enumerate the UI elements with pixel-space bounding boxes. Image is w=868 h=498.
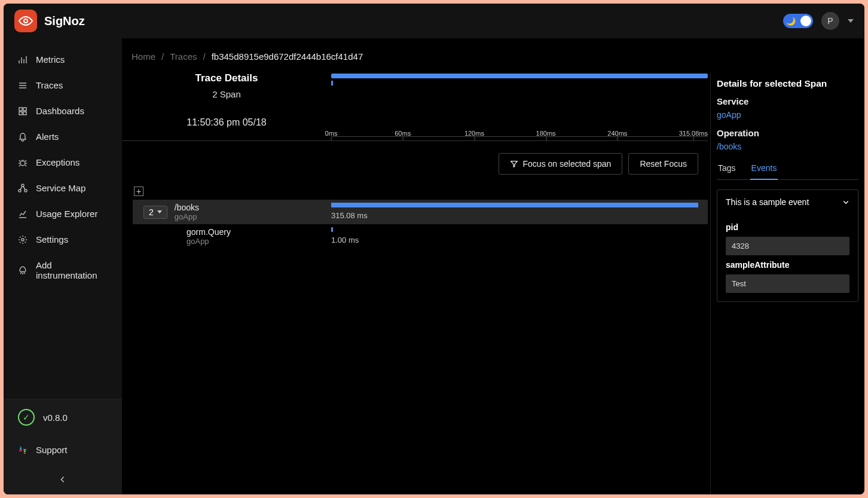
minimap-full-bar <box>331 74 708 78</box>
span-child-count-toggle[interactable]: 2 <box>143 206 167 219</box>
attr-value-sample: Test <box>726 274 849 293</box>
breadcrumb-sep: / <box>161 51 164 62</box>
moon-icon: 🌙 <box>786 17 796 26</box>
logo-icon <box>14 10 37 32</box>
user-avatar[interactable]: P <box>821 12 839 30</box>
svg-point-9 <box>22 239 24 241</box>
sidebar-item-settings[interactable]: Settings <box>4 227 122 252</box>
sidebar-item-label: Dashboards <box>36 106 84 116</box>
support-label: Support <box>36 445 68 455</box>
gear-icon <box>18 235 27 245</box>
sidebar-item-label: Settings <box>36 234 68 245</box>
sidebar-item-label: Usage Explorer <box>36 209 97 219</box>
sidebar-bottom: ✓ v0.8.0 Support <box>4 399 122 494</box>
content: Home / Traces / fb345d8915e9d672df2444b1… <box>122 38 864 494</box>
sidebar-item-usage-explorer[interactable]: Usage Explorer <box>4 201 122 227</box>
svg-point-7 <box>19 190 21 192</box>
event-card: This is a sample event pid 4328 sampleAt… <box>717 190 858 302</box>
svg-point-0 <box>24 19 27 23</box>
span-row-root[interactable]: 2 /books goApp 315.08 ms <box>133 200 708 224</box>
topbar-right: 🌙 P <box>783 12 854 30</box>
details-panel: Details for selected Span Service goApp … <box>710 72 864 494</box>
attr-label-sample: sampleAttribute <box>726 260 849 270</box>
span-duration-bar <box>331 203 698 207</box>
actions-row: Focus on selected span Reset Focus <box>122 141 708 187</box>
event-body: pid 4328 sampleAttribute Test <box>717 214 858 301</box>
svg-rect-3 <box>19 112 22 115</box>
rocket-icon <box>18 265 27 275</box>
sidebar-item-alerts[interactable]: Alerts <box>4 124 122 149</box>
trace-span-count: 2 Span <box>122 89 331 99</box>
time-ruler: 0ms 60ms 120ms 180ms 240ms 315.08ms <box>331 120 708 137</box>
focus-span-label: Focus on selected span <box>523 159 612 169</box>
expand-all-button[interactable]: + <box>134 187 143 196</box>
event-header[interactable]: This is a sample event <box>717 190 858 214</box>
svg-point-6 <box>22 184 24 187</box>
ruler-tick: 0ms <box>325 130 338 137</box>
sidebar-item-traces[interactable]: Traces <box>4 72 122 98</box>
svg-rect-2 <box>23 108 26 111</box>
check-circle-icon: ✓ <box>18 409 35 426</box>
sidebar: Metrics Traces Dashboards Alerts Excepti… <box>4 38 122 494</box>
timeline-area: 0ms 60ms 120ms 180ms 240ms 315.08ms <box>331 72 708 137</box>
svg-point-5 <box>20 161 25 166</box>
sidebar-item-exceptions[interactable]: Exceptions <box>4 149 122 175</box>
tab-tags[interactable]: Tags <box>717 160 737 179</box>
svg-rect-4 <box>23 112 26 115</box>
span-row-child[interactable]: gorm.Query goApp 1.00 ms <box>133 224 708 249</box>
sidebar-item-label: Exceptions <box>36 157 80 167</box>
sidebar-item-label: Add instrumentation <box>36 260 108 280</box>
breadcrumb-home[interactable]: Home <box>132 51 155 62</box>
slack-icon <box>18 445 27 455</box>
operation-link[interactable]: /books <box>717 142 858 151</box>
list-icon <box>18 81 27 90</box>
sidebar-item-service-map[interactable]: Service Map <box>4 175 122 201</box>
span-left: gorm.Query goApp <box>133 224 331 249</box>
span-service: goApp <box>187 237 231 246</box>
span-tree: + 2 /books goApp <box>122 187 708 249</box>
version-label: v0.8.0 <box>43 413 68 423</box>
attr-value-pid: 4328 <box>726 237 849 255</box>
sidebar-collapse-button[interactable] <box>4 465 122 494</box>
trace-title: Trace Details <box>122 72 331 84</box>
main-area: Metrics Traces Dashboards Alerts Excepti… <box>4 38 864 494</box>
sidebar-item-label: Metrics <box>36 54 65 65</box>
bar-chart-icon <box>18 55 27 65</box>
sidebar-item-metrics[interactable]: Metrics <box>4 47 122 72</box>
network-icon <box>18 184 27 193</box>
span-duration: 1.00 ms <box>331 236 698 245</box>
topbar: SigNoz 🌙 P <box>4 4 864 38</box>
breadcrumb-sep: / <box>203 51 205 62</box>
trace-column: Trace Details 2 Span 11:50:36 pm 05/18 <box>122 72 710 494</box>
sidebar-item-dashboards[interactable]: Dashboards <box>4 98 122 124</box>
sidebar-item-label: Service Map <box>36 183 85 193</box>
span-right: 1.00 ms <box>331 224 708 249</box>
breadcrumb-traces[interactable]: Traces <box>170 51 197 62</box>
sidebar-item-add-instrumentation[interactable]: Add instrumentation <box>4 252 122 288</box>
ruler-tick: 180ms <box>536 130 556 137</box>
span-labels: gorm.Query goApp <box>187 227 231 246</box>
bell-icon <box>18 132 27 142</box>
service-link[interactable]: goApp <box>717 110 858 120</box>
filter-icon <box>510 160 518 168</box>
svg-rect-1 <box>19 108 22 111</box>
span-duration: 315.08 ms <box>331 211 698 220</box>
focus-span-button[interactable]: Focus on selected span <box>499 153 623 175</box>
grid-icon <box>18 106 27 116</box>
trace-timestamp: 11:50:36 pm 05/18 <box>122 117 331 128</box>
theme-toggle[interactable]: 🌙 <box>783 14 813 28</box>
breadcrumb: Home / Traces / fb345d8915e9d672df2444b1… <box>122 38 864 72</box>
sidebar-item-version[interactable]: ✓ v0.8.0 <box>4 399 122 435</box>
span-duration-bar <box>331 227 333 232</box>
tab-events[interactable]: Events <box>750 160 778 180</box>
details-title: Details for selected Span <box>717 78 858 89</box>
sidebar-item-support[interactable]: Support <box>4 435 122 465</box>
operation-label: Operation <box>717 128 858 138</box>
sidebar-item-label: Traces <box>36 80 63 90</box>
ruler-tick: 240ms <box>607 130 627 137</box>
user-menu-caret-icon[interactable] <box>848 19 854 23</box>
minimap[interactable] <box>331 74 708 87</box>
toggle-knob <box>800 16 811 26</box>
span-child-count: 2 <box>149 207 154 217</box>
reset-focus-button[interactable]: Reset Focus <box>628 153 698 175</box>
